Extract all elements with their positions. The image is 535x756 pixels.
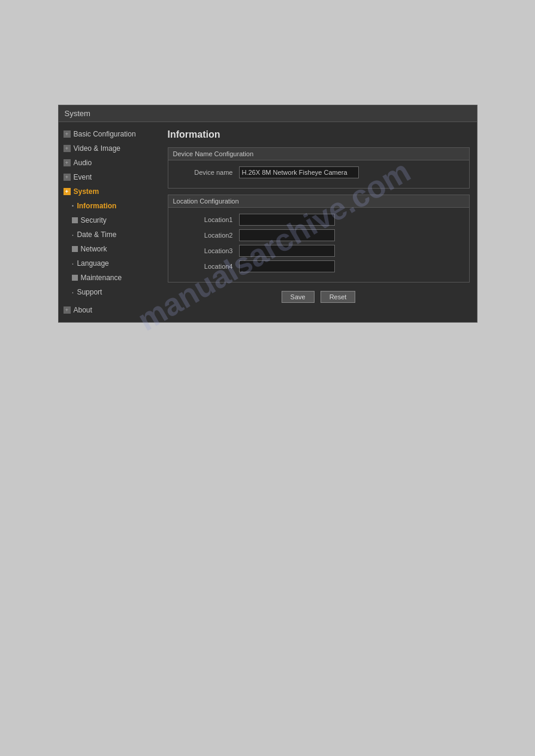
sidebar-label-language: Language — [77, 259, 108, 268]
location-block: Location Configuration Location1 Locatio… — [168, 195, 470, 283]
app-window: System + Basic Configuration + Video & I… — [58, 105, 477, 323]
sidebar-label-maintenance: Maintenance — [81, 274, 122, 282]
location4-row: Location4 — [173, 260, 464, 272]
sidebar-item-network[interactable]: Network — [59, 242, 161, 256]
save-button[interactable]: Save — [282, 291, 315, 303]
square-icon — [72, 275, 78, 281]
location1-row: Location1 — [173, 214, 464, 226]
device-name-row: Device name — [173, 166, 464, 178]
device-name-input[interactable] — [239, 166, 359, 178]
window-title: System — [65, 109, 90, 118]
content-area: Information Device Name Configuration De… — [161, 122, 477, 322]
location2-row: Location2 — [173, 229, 464, 241]
location3-input[interactable] — [239, 245, 335, 257]
plus-icon: + — [64, 174, 71, 181]
location2-label: Location2 — [173, 232, 233, 239]
plus-icon-active: + — [64, 188, 71, 195]
sidebar-item-language[interactable]: · Language — [59, 256, 161, 271]
sidebar-item-security[interactable]: Security — [59, 213, 161, 227]
sidebar-label-information: Information — [77, 202, 116, 210]
dot-icon: · — [72, 259, 74, 268]
location1-input[interactable] — [239, 214, 335, 226]
device-name-header: Device Name Configuration — [168, 148, 469, 160]
sidebar-label-video-image: Video & Image — [74, 144, 121, 153]
sidebar-label-date-time: Date & Time — [77, 230, 116, 239]
sidebar-item-audio[interactable]: + Audio — [59, 156, 161, 170]
location4-input[interactable] — [239, 260, 335, 272]
dot-icon: · — [72, 202, 74, 210]
sidebar-item-video-image[interactable]: + Video & Image — [59, 141, 161, 156]
sidebar-item-system[interactable]: + System — [59, 184, 161, 199]
plus-icon: + — [64, 145, 71, 152]
sidebar-label-audio: Audio — [74, 159, 92, 167]
sidebar-item-about[interactable]: + About — [59, 303, 161, 317]
plus-icon: + — [64, 159, 71, 166]
sidebar-label-support: Support — [77, 288, 102, 296]
sidebar-label-event: Event — [74, 173, 92, 181]
button-row: Save Reset — [168, 291, 470, 303]
dot-icon: · — [72, 230, 74, 239]
sidebar-label-network: Network — [81, 245, 107, 253]
square-icon — [72, 246, 78, 252]
title-bar: System — [59, 105, 477, 122]
dot-icon: · — [72, 288, 74, 296]
location2-input[interactable] — [239, 229, 335, 241]
location4-label: Location4 — [173, 263, 233, 270]
sidebar-item-event[interactable]: + Event — [59, 170, 161, 184]
location3-label: Location3 — [173, 247, 233, 254]
sidebar-item-maintenance[interactable]: Maintenance — [59, 271, 161, 285]
sidebar-item-support[interactable]: · Support — [59, 285, 161, 299]
plus-icon: + — [64, 306, 71, 314]
sidebar-item-information[interactable]: · Information — [59, 199, 161, 213]
sidebar-label-about: About — [74, 306, 92, 314]
device-name-block: Device Name Configuration Device name — [168, 147, 470, 189]
sidebar: + Basic Configuration + Video & Image + … — [59, 122, 161, 322]
sidebar-item-basic-configuration[interactable]: + Basic Configuration — [59, 127, 161, 141]
square-icon — [72, 217, 78, 223]
plus-icon: + — [64, 130, 71, 138]
location3-row: Location3 — [173, 245, 464, 257]
sidebar-label-basic-configuration: Basic Configuration — [74, 130, 136, 138]
location-header: Location Configuration — [168, 195, 469, 208]
sidebar-item-date-time[interactable]: · Date & Time — [59, 227, 161, 242]
sidebar-label-security: Security — [81, 216, 107, 224]
reset-button[interactable]: Reset — [321, 291, 356, 303]
location1-label: Location1 — [173, 216, 233, 223]
page-title: Information — [168, 129, 470, 140]
device-name-label: Device name — [173, 169, 233, 176]
sidebar-label-system: System — [74, 187, 99, 196]
